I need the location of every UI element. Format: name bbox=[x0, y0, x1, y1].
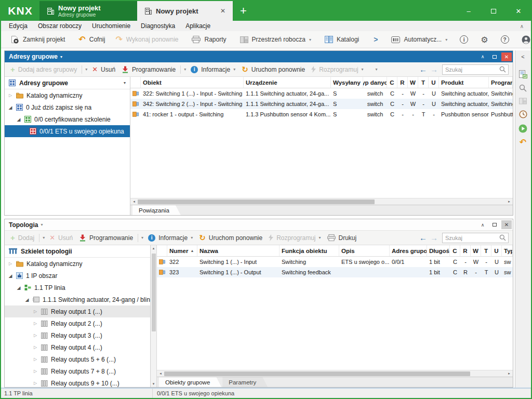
tree-item-device[interactable]: ◢ 1.1.1 Switching actuator, 24-gang / bl… bbox=[5, 294, 150, 305]
run-pending-operations-icon[interactable] bbox=[518, 124, 527, 133]
nav-back-button[interactable]: ← bbox=[419, 65, 427, 74]
expander-icon[interactable]: ▷ bbox=[8, 93, 13, 98]
menu-diagnostyka[interactable]: Diagnostyka bbox=[136, 22, 180, 30]
help-button[interactable]: ? bbox=[496, 33, 514, 46]
scroll-right-icon[interactable]: ▸ bbox=[506, 371, 513, 376]
panel-maximize-button[interactable] bbox=[489, 52, 500, 61]
workspace-icon[interactable] bbox=[519, 98, 527, 104]
column-t[interactable]: T bbox=[481, 245, 491, 256]
tab-powiazania[interactable]: Powiązania bbox=[132, 205, 181, 215]
expander-icon[interactable]: ▷ bbox=[33, 381, 38, 385]
topo-tree-header[interactable]: Szkielet topologii bbox=[5, 245, 150, 258]
expander-icon[interactable]: ▷ bbox=[8, 261, 13, 266]
topo-horizontal-scrollbar[interactable]: ◂ ▸ bbox=[157, 370, 513, 377]
tree-item-dynamic-folder[interactable]: ▷ Katalog dynamiczny bbox=[5, 258, 150, 270]
expander-icon[interactable]: ◢ bbox=[16, 117, 21, 122]
column-nazwa[interactable]: Nazwa bbox=[197, 245, 280, 256]
project-tab-inactive[interactable]: Nowy projekt ✕ bbox=[137, 1, 233, 21]
column-opis[interactable]: Opis bbox=[339, 245, 390, 256]
undo-icon[interactable]: ↶ bbox=[520, 139, 526, 146]
scroll-left-icon[interactable]: ◂ bbox=[130, 200, 138, 204]
catalogs-button[interactable]: Katalogi bbox=[320, 33, 364, 46]
table-row[interactable]: 322 Switching 1 (...) - Input Switching … bbox=[157, 257, 513, 267]
tree-item-relay-output[interactable]: ▷ Relay outputs 9 + 10 (...) bbox=[5, 377, 150, 387]
report-icon[interactable] bbox=[519, 70, 527, 78]
table-row[interactable]: 342: Switching 2 (...) - Input - Switchi… bbox=[130, 99, 513, 109]
undo-button[interactable]: ↶ Cofnij bbox=[73, 33, 110, 46]
close-project-button[interactable]: Zamknij projekt bbox=[5, 33, 70, 46]
tree-item-relay-output[interactable]: ▷ Relay output 1 (...) bbox=[5, 305, 150, 317]
delete-button[interactable]: ✕ Usuń bbox=[48, 234, 74, 242]
maximize-button[interactable] bbox=[481, 1, 506, 21]
column-numer[interactable]: Numer▲ bbox=[167, 245, 197, 256]
table-row[interactable]: 322: Switching 1 (...) - Input - Switchi… bbox=[130, 88, 513, 99]
history-clock-icon[interactable] bbox=[519, 110, 527, 118]
tree-item-group-address-selected[interactable]: 0/0/1 ETS u swojego opiekuna bbox=[5, 125, 130, 137]
tab-parametry[interactable]: Parametry bbox=[222, 377, 268, 387]
print-button[interactable]: Drukuj bbox=[326, 234, 358, 242]
table-row[interactable]: 41: rocker 1 - output - Switching 1.1.3 … bbox=[130, 109, 513, 119]
expander-icon[interactable]: ◢ bbox=[8, 273, 13, 278]
tree-item-dynamic-folder[interactable]: ▷ Katalog dynamiczny bbox=[5, 89, 130, 101]
expander-icon[interactable]: ▷ bbox=[33, 369, 38, 374]
tab-close-icon[interactable]: ✕ bbox=[220, 7, 225, 15]
panel-close-button[interactable]: ✕ bbox=[501, 52, 512, 61]
sidebar-collapse-icon[interactable]: < bbox=[521, 50, 524, 63]
info-menu-button[interactable]: i Informacje ▾ bbox=[147, 234, 194, 242]
restart-device-button[interactable]: ↻ Uruchom ponownie bbox=[240, 65, 307, 74]
tree-item-middle-group[interactable]: ◢ 0/0 certyfikowane szkolenie bbox=[5, 113, 130, 125]
expander-icon[interactable]: ◢ bbox=[8, 105, 13, 110]
ga-horizontal-scrollbar[interactable]: ◂ ▸ bbox=[130, 198, 513, 205]
scrollbar-thumb[interactable] bbox=[138, 200, 375, 204]
add-group-address-button[interactable]: + Dodaj adres grupowy bbox=[9, 65, 78, 74]
add-dropdown-caret[interactable]: ▾ bbox=[43, 235, 45, 240]
panel-collapse-button[interactable]: ∧ bbox=[477, 220, 488, 229]
topo-tree-scrollbar[interactable]: ▴ ▾ bbox=[151, 245, 157, 387]
panel-collapse-button[interactable]: ∧ bbox=[477, 52, 488, 61]
toolbar-overflow-icon[interactable]: > bbox=[367, 35, 384, 44]
new-tab-button[interactable]: + bbox=[233, 1, 254, 21]
column-r[interactable]: R bbox=[397, 77, 408, 88]
add-dropdown-caret[interactable]: ▾ bbox=[85, 67, 87, 72]
info-button[interactable]: i bbox=[455, 33, 473, 46]
search-icon[interactable] bbox=[519, 84, 527, 92]
panel-maximize-button[interactable] bbox=[489, 220, 500, 229]
chevron-down-icon[interactable]: ▾ bbox=[124, 81, 126, 85]
nav-forward-button[interactable]: → bbox=[430, 65, 438, 74]
column-c[interactable]: C bbox=[450, 245, 460, 256]
column-wysylany[interactable]: Wysyłany bbox=[331, 77, 363, 88]
menu-edycja[interactable]: Edycja bbox=[4, 22, 32, 30]
column-u[interactable]: U bbox=[429, 77, 439, 88]
scroll-left-icon[interactable]: ◂ bbox=[157, 371, 164, 376]
nav-forward-button[interactable]: → bbox=[430, 233, 438, 242]
panel-close-button[interactable]: ✕ bbox=[501, 220, 512, 229]
expander-icon[interactable]: ▷ bbox=[33, 333, 38, 338]
expander-icon[interactable]: ▷ bbox=[33, 357, 38, 362]
expander-icon[interactable]: ▷ bbox=[33, 309, 38, 314]
program-button[interactable]: Programowanie bbox=[77, 234, 135, 242]
minimize-button[interactable]: – bbox=[456, 1, 481, 21]
menu-uruchomienie[interactable]: Uruchomienie bbox=[87, 22, 135, 30]
tree-item-main-group[interactable]: ◢ 0 Już dziś zapisz się na bbox=[5, 101, 130, 113]
restart-device-button[interactable]: ↻ Uruchom ponownie bbox=[197, 233, 264, 243]
ga-tree-header[interactable]: Adresy grupowe ▾ bbox=[5, 77, 130, 89]
tree-item-relay-output[interactable]: ▷ Relay output 2 (...) bbox=[5, 317, 150, 329]
ribbon-collapse-icon[interactable]: ∧ bbox=[520, 23, 528, 29]
expander-icon[interactable]: ▷ bbox=[33, 345, 38, 350]
project-tab-active[interactable]: Nowy projekt Adresy grupowe bbox=[39, 1, 137, 21]
program-button[interactable]: Programowanie bbox=[120, 66, 177, 73]
column-adres-grupowy[interactable]: Adres grupowy bbox=[390, 245, 427, 256]
close-button[interactable]: ✕ bbox=[506, 1, 531, 21]
unload-button[interactable]: Rozprogramuj ▾ bbox=[267, 234, 322, 242]
tree-item-relay-output[interactable]: ▷ Relay outputs 5 + 6 (...) bbox=[5, 353, 150, 365]
nav-back-button[interactable]: ← bbox=[419, 233, 427, 242]
scroll-right-icon[interactable]: ▸ bbox=[506, 200, 513, 204]
scroll-up-icon[interactable]: ▴ bbox=[153, 245, 155, 251]
workspace-button[interactable]: Przestrzeń robocza ▾ bbox=[235, 33, 316, 46]
topo-panel-header[interactable]: Topologia ▾ ∧ ✕ bbox=[5, 219, 513, 231]
tree-item-relay-output[interactable]: ▷ Relay output 4 (...) bbox=[5, 341, 150, 353]
column-w[interactable]: W bbox=[471, 245, 481, 256]
tree-item-relay-output[interactable]: ▷ Relay outputs 7 + 8 (...) bbox=[5, 365, 150, 377]
column-urzadzenie[interactable]: Urządzenie bbox=[244, 77, 331, 88]
menu-obszar-roboczy[interactable]: Obszar roboczy bbox=[33, 22, 86, 30]
